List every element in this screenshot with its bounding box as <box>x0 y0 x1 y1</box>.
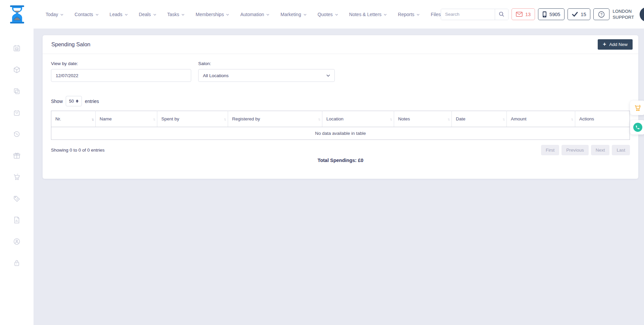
search-input[interactable] <box>441 9 495 20</box>
total-spendings: Total Spendings: £0 <box>51 158 630 163</box>
chevron-down-icon <box>384 14 387 16</box>
user-support-icon <box>13 237 21 246</box>
price-tag-icon: $ <box>13 195 21 203</box>
nav-item-leads[interactable]: Leads <box>110 12 128 17</box>
main-nav: Today Contacts Leads Deals Tasks Members… <box>46 12 441 17</box>
mobile-phone-icon <box>542 11 547 18</box>
spending-table: Nr.↑↓ Name↑↓ Spent by↑↓ Registered by↑↓ … <box>51 111 630 140</box>
nav-item-today[interactable]: Today <box>46 12 63 17</box>
nav-item-quotes[interactable]: Quotes <box>318 12 338 17</box>
nav-label: Leads <box>110 12 122 17</box>
nav-item-files[interactable]: Files <box>431 12 441 17</box>
sidebar-item-duplicate[interactable] <box>12 87 21 96</box>
nav-label: Notes & Letters <box>349 12 382 17</box>
column-header-notes[interactable]: Notes↑↓ <box>394 111 452 127</box>
svg-text:?: ? <box>600 12 602 16</box>
nav-label: Contacts <box>74 12 93 17</box>
column-header-name[interactable]: Name↑↓ <box>96 111 157 127</box>
column-header-location[interactable]: Location↑↓ <box>322 111 394 127</box>
sort-icon: ↑↓ <box>571 117 573 121</box>
column-label: Location <box>326 116 343 121</box>
gift-icon <box>13 152 21 160</box>
sidebar-item-cart[interactable] <box>12 173 21 181</box>
nav-item-automation[interactable]: Automation <box>240 12 269 17</box>
panel-header: Spending Salon + Add New <box>43 35 638 54</box>
page-length-select[interactable]: 50 <box>66 96 82 106</box>
chevron-down-icon <box>96 14 99 16</box>
sidebar-item-support[interactable] <box>12 237 21 246</box>
nav-item-reports[interactable]: Reports <box>398 12 420 17</box>
add-new-button[interactable]: + Add New <box>598 39 633 50</box>
column-header-amount[interactable]: Amount↑↓ <box>507 111 575 127</box>
topbar-right: 13 5905 15 ? LONDON SUPPORT <box>441 7 644 22</box>
cart-icon <box>634 104 642 112</box>
column-header-registered-by[interactable]: Registered by↑↓ <box>228 111 322 127</box>
add-new-label: Add New <box>609 42 628 47</box>
check-icon <box>572 12 578 17</box>
floating-phone-button[interactable] <box>630 120 644 134</box>
floating-cart-button[interactable] <box>630 101 644 115</box>
nav-label: Today <box>46 12 58 17</box>
empty-message: No data available in table <box>51 127 630 140</box>
sort-icon: ↑↓ <box>390 117 391 121</box>
showing-entries-text: Showing 0 to 0 of 0 entries <box>51 148 105 153</box>
date-input[interactable] <box>51 69 191 82</box>
calendar-icon: 12 <box>13 44 21 52</box>
table-footer: Showing 0 to 0 of 0 entries First Previo… <box>51 145 630 155</box>
chevron-down-icon <box>60 14 63 16</box>
stepper-icon <box>76 100 78 103</box>
pagination-last-button[interactable]: Last <box>612 145 630 155</box>
salon-filter-label: Salon: <box>198 61 335 66</box>
column-header-actions: Actions <box>575 111 630 127</box>
column-label: Notes <box>398 116 410 121</box>
table-header-row: Nr.↑↓ Name↑↓ Spent by↑↓ Registered by↑↓ … <box>51 111 630 127</box>
copy-icon <box>13 87 21 95</box>
pagination-next-button[interactable]: Next <box>591 145 610 155</box>
messages-count: 13 <box>525 12 531 17</box>
nav-item-notes-letters[interactable]: Notes & Letters <box>349 12 387 17</box>
cube-icon <box>13 66 21 74</box>
column-label: Nr. <box>55 116 61 121</box>
nav-label: Files <box>431 12 441 17</box>
column-label: Amount <box>511 116 527 121</box>
user-name: LONDON SUPPORT <box>612 8 637 20</box>
pagination-first-button[interactable]: First <box>541 145 559 155</box>
nav-item-marketing[interactable]: Marketing <box>280 12 306 17</box>
column-header-date[interactable]: Date↑↓ <box>452 111 507 127</box>
nav-label: Reports <box>398 12 414 17</box>
nav-label: Automation <box>240 12 264 17</box>
sidebar-item-calendar[interactable]: 12 <box>12 44 21 53</box>
salon-select[interactable]: All Locations <box>198 69 335 82</box>
nav-item-tasks[interactable]: Tasks <box>167 12 185 17</box>
calls-count: 5905 <box>549 12 560 17</box>
svg-text:12: 12 <box>16 48 18 50</box>
nav-item-deals[interactable]: Deals <box>139 12 156 17</box>
sidebar-item-reports[interactable] <box>12 216 21 224</box>
help-button[interactable]: ? <box>593 8 609 20</box>
sidebar-item-history[interactable] <box>12 130 21 139</box>
sidebar-item-shopping-bag[interactable] <box>12 108 21 117</box>
column-header-spent-by[interactable]: Spent by↑↓ <box>157 111 228 127</box>
nav-label: Deals <box>139 12 151 17</box>
tasks-count: 15 <box>581 12 586 17</box>
nav-item-memberships[interactable]: Memberships <box>196 12 229 17</box>
tasks-badge[interactable]: 15 <box>568 8 590 20</box>
app-logo-icon[interactable] <box>9 5 25 24</box>
user-avatar[interactable] <box>640 7 644 22</box>
sidebar-item-products[interactable] <box>12 65 21 74</box>
search-icon[interactable] <box>495 9 508 20</box>
column-label: Name <box>100 116 112 121</box>
calls-badge[interactable]: 5905 <box>538 8 565 20</box>
messages-badge[interactable]: 13 <box>512 8 535 20</box>
top-navbar: Today Contacts Leads Deals Tasks Members… <box>0 0 644 29</box>
sidebar-item-security[interactable] <box>12 259 21 267</box>
pagination-previous-button[interactable]: Previous <box>561 145 589 155</box>
empty-row: No data available in table <box>51 127 630 140</box>
nav-label: Quotes <box>318 12 333 17</box>
nav-item-contacts[interactable]: Contacts <box>74 12 98 17</box>
chevron-down-icon <box>153 14 156 16</box>
sidebar-item-gift[interactable] <box>12 151 21 160</box>
sidebar-item-pricing[interactable]: $ <box>12 194 21 203</box>
chevron-down-icon <box>335 14 338 16</box>
column-header-nr[interactable]: Nr.↑↓ <box>51 111 96 127</box>
